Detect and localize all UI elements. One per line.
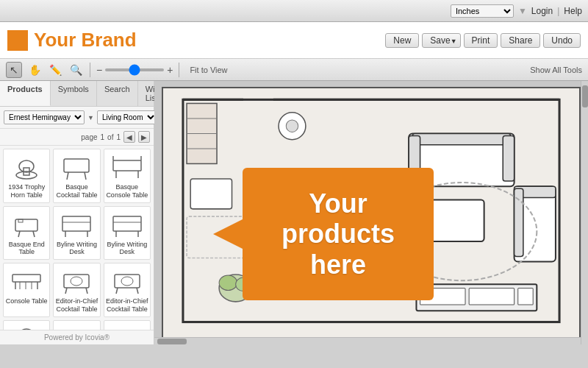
prev-page-button[interactable]: ◀: [123, 131, 135, 143]
save-button[interactable]: Save▼: [422, 33, 460, 48]
svg-point-30: [71, 277, 82, 286]
zoom-slider[interactable]: [105, 68, 164, 71]
list-item[interactable]: Basque Cocktail Table: [53, 149, 100, 203]
product-image: [109, 152, 146, 182]
of-label: of: [107, 133, 113, 141]
canvas-scrollbar-vertical[interactable]: [581, 81, 588, 344]
svg-line-5: [85, 172, 86, 180]
list-item[interactable]: Elephant Accent Table: [3, 320, 50, 330]
help-link[interactable]: Help: [564, 6, 582, 16]
svg-point-2: [19, 160, 34, 172]
tool-separator-2: [179, 63, 179, 77]
svg-line-32: [86, 288, 87, 294]
list-item[interactable]: Final Draft Console Table: [53, 320, 100, 330]
svg-rect-57: [514, 188, 523, 256]
list-item[interactable]: Basque End Table: [3, 206, 50, 261]
print-button[interactable]: Print: [464, 33, 498, 48]
designer-filter[interactable]: Ernest Hemingway: [4, 110, 85, 124]
panel-tabs: Products Symbols Search Wish List: [0, 81, 154, 107]
svg-line-12: [18, 231, 20, 237]
svg-rect-23: [12, 275, 40, 282]
new-button[interactable]: New: [385, 33, 419, 48]
list-item[interactable]: Byline Writing Desk: [104, 206, 151, 261]
product-row: Basque End Table Byline Writing Desk: [3, 206, 151, 261]
product-label: Console Table: [6, 297, 48, 305]
main-area: Products Symbols Search Wish List Ernest…: [0, 81, 588, 344]
product-image: [109, 266, 146, 296]
svg-line-36: [137, 288, 138, 294]
product-image: [58, 324, 95, 330]
filter-row: Ernest Hemingway ▼ Living Room ▼: [0, 107, 154, 129]
tab-search[interactable]: Search: [97, 81, 138, 106]
select-tool-icon[interactable]: ↖: [6, 62, 22, 78]
list-item[interactable]: Basque Console Table: [104, 149, 151, 203]
login-link[interactable]: Login: [531, 6, 553, 16]
product-image: [8, 266, 45, 296]
svg-rect-6: [113, 160, 141, 171]
current-page: 1: [101, 133, 105, 141]
product-label: Byline Writing Desk: [106, 241, 148, 257]
zoom-slider-area: − +: [96, 64, 173, 76]
tool-separator-1: [90, 63, 90, 77]
top-bar-separator: ▼: [518, 6, 527, 16]
product-label: Editor-in-Chief Cocktail Table: [55, 297, 98, 314]
svg-point-34: [121, 277, 133, 286]
product-image: [58, 210, 95, 239]
product-row: Elephant Accent Table Final Draft Consol…: [3, 320, 151, 330]
top-bar: Inches Centimeters Feet ▼ Login | Help: [0, 0, 588, 22]
show-all-tools-label[interactable]: Show All Tools: [530, 66, 582, 74]
svg-line-35: [116, 288, 118, 294]
svg-rect-67: [518, 288, 533, 305]
product-row: 1934 Trophy Horn Table Basque Cocktail T…: [3, 149, 151, 203]
scrollbar-thumb-vertical[interactable]: [582, 85, 588, 107]
scrollbar-thumb-horizontal[interactable]: [157, 339, 187, 344]
undo-button[interactable]: Undo: [543, 33, 581, 48]
powered-by-label: Powered by Icovia®: [0, 330, 154, 344]
product-image: [58, 266, 95, 296]
zoom-tool-icon[interactable]: 🔍: [68, 62, 84, 78]
tool-row: ↖ ✋ ✏️ 🔍 − + Fit to View Show All Tools: [0, 59, 588, 81]
product-image: [58, 152, 95, 182]
brand-icon: [7, 30, 28, 51]
zoom-plus[interactable]: +: [167, 64, 173, 76]
list-item[interactable]: Editor-in-Chief Cocktail Table: [53, 263, 100, 317]
product-label: 1934 Trophy Horn Table: [5, 183, 48, 199]
canvas-scrollbar-horizontal[interactable]: [154, 337, 581, 344]
units-select[interactable]: Inches Centimeters Feet: [451, 4, 514, 18]
product-grid: 1934 Trophy Horn Table Basque Cocktail T…: [0, 146, 154, 330]
callout-overlay: Your products here: [213, 168, 434, 300]
product-label: Basque End Table: [5, 241, 48, 257]
canvas-area[interactable]: Your products here: [154, 81, 588, 344]
product-label: Basque Console Table: [106, 183, 148, 199]
brand-name: Your Brand: [34, 29, 137, 52]
product-image: [109, 210, 146, 239]
list-item[interactable]: Editor-in-Chief Cocktail Table: [104, 263, 151, 317]
list-item[interactable]: 1934 Trophy Horn Table: [3, 149, 50, 203]
product-image: [8, 152, 45, 182]
svg-point-74: [286, 120, 298, 132]
left-panel: Products Symbols Search Wish List Ernest…: [0, 81, 154, 344]
list-item[interactable]: Console Table: [3, 263, 50, 317]
svg-rect-52: [412, 133, 510, 144]
share-button[interactable]: Share: [501, 33, 540, 48]
tab-symbols[interactable]: Symbols: [51, 81, 97, 106]
pan-tool-icon[interactable]: ✋: [26, 62, 43, 78]
next-page-button[interactable]: ▶: [138, 131, 150, 143]
room-filter[interactable]: Living Room: [97, 110, 157, 124]
svg-rect-19: [113, 216, 141, 231]
callout-text: Your products here: [282, 188, 395, 280]
svg-rect-66: [469, 288, 514, 305]
zoom-minus[interactable]: −: [96, 64, 102, 76]
list-item[interactable]: Final Draft Con...: [104, 320, 151, 330]
svg-line-13: [33, 231, 35, 237]
fit-to-view-label[interactable]: Fit to View: [185, 66, 232, 74]
product-row: Console Table Editor-in-Chief Cocktail T…: [3, 263, 151, 317]
list-item[interactable]: Byline Writing Desk: [53, 206, 100, 261]
tab-products[interactable]: Products: [0, 81, 51, 106]
total-pages: 1: [116, 133, 121, 141]
draw-tool-icon[interactable]: ✏️: [47, 62, 63, 78]
top-bar-pipe: |: [557, 6, 559, 16]
header: Your Brand New Save▼ Print Share Undo: [0, 22, 588, 59]
product-label: Byline Writing Desk: [55, 241, 98, 257]
product-label: Basque Cocktail Table: [55, 183, 98, 199]
